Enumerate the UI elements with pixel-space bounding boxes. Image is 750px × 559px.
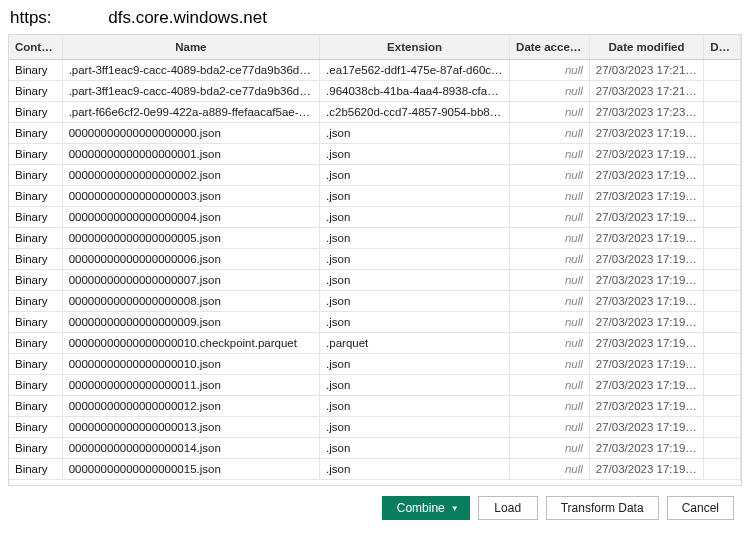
- cell-date-modified: 27/03/2023 17:19:39: [589, 270, 703, 291]
- table-row[interactable]: Binary00000000000000000012.json.jsonnull…: [9, 396, 741, 417]
- cell-content: Binary: [9, 354, 62, 375]
- chevron-down-icon: ▼: [451, 504, 459, 513]
- cell-name: 00000000000000000010.json: [62, 354, 319, 375]
- cell-content: Binary: [9, 396, 62, 417]
- cell-date-accessed: null: [510, 417, 590, 438]
- cell-date-accessed: null: [510, 375, 590, 396]
- cell-date-created: [704, 396, 741, 417]
- cell-name: 00000000000000000013.json: [62, 417, 319, 438]
- column-header-date-modified[interactable]: Date modified: [589, 35, 703, 60]
- cell-name: 00000000000000000008.json: [62, 291, 319, 312]
- cell-content: Binary: [9, 165, 62, 186]
- table-row[interactable]: Binary00000000000000000002.json.jsonnull…: [9, 165, 741, 186]
- column-header-content[interactable]: Content: [9, 35, 62, 60]
- cell-content: Binary: [9, 207, 62, 228]
- cell-extension: .json: [320, 417, 510, 438]
- table-row[interactable]: Binary00000000000000000000.json.jsonnull…: [9, 123, 741, 144]
- cell-date-created: [704, 102, 741, 123]
- cell-date-modified: 27/03/2023 17:19:33: [589, 207, 703, 228]
- cell-date-accessed: null: [510, 333, 590, 354]
- cell-extension: .json: [320, 312, 510, 333]
- cell-date-modified: 27/03/2023 17:19:55: [589, 459, 703, 480]
- column-header-date-accessed[interactable]: Date accessed: [510, 35, 590, 60]
- column-header-extension[interactable]: Extension: [320, 35, 510, 60]
- cell-content: Binary: [9, 228, 62, 249]
- cell-date-created: [704, 249, 741, 270]
- column-header-date-created[interactable]: Date c: [704, 35, 741, 60]
- cell-date-accessed: null: [510, 354, 590, 375]
- cell-date-modified: 27/03/2023 17:19:37: [589, 249, 703, 270]
- cell-name: 00000000000000000015.json: [62, 459, 319, 480]
- table-row[interactable]: Binary00000000000000000011.json.jsonnull…: [9, 375, 741, 396]
- cell-extension: .json: [320, 186, 510, 207]
- cell-date-modified: 27/03/2023 17:23:36: [589, 102, 703, 123]
- combine-button[interactable]: Combine ▼: [382, 496, 470, 520]
- cell-content: Binary: [9, 186, 62, 207]
- cell-content: Binary: [9, 291, 62, 312]
- cell-date-accessed: null: [510, 291, 590, 312]
- cell-date-modified: 27/03/2023 17:19:35: [589, 228, 703, 249]
- cell-content: Binary: [9, 123, 62, 144]
- transform-data-button[interactable]: Transform Data: [546, 496, 659, 520]
- table-row[interactable]: Binary00000000000000000001.json.jsonnull…: [9, 144, 741, 165]
- cell-date-created: [704, 417, 741, 438]
- combine-button-label: Combine: [397, 501, 445, 515]
- cell-date-accessed: null: [510, 60, 590, 81]
- cell-extension: .964038cb-41ba-4aa4-8938-cfa21930555b: [320, 81, 510, 102]
- table-row[interactable]: Binary00000000000000000014.json.jsonnull…: [9, 438, 741, 459]
- cell-extension: .json: [320, 207, 510, 228]
- cell-extension: .json: [320, 438, 510, 459]
- cell-content: Binary: [9, 438, 62, 459]
- cell-date-created: [704, 81, 741, 102]
- cell-date-modified: 27/03/2023 17:19:45: [589, 354, 703, 375]
- table-row[interactable]: Binary00000000000000000005.json.jsonnull…: [9, 228, 741, 249]
- cell-content: Binary: [9, 333, 62, 354]
- table-row[interactable]: Binary.part-3ff1eac9-cacc-4089-bda2-ce77…: [9, 60, 741, 81]
- table-row[interactable]: Binary00000000000000000008.json.jsonnull…: [9, 291, 741, 312]
- cell-name: 00000000000000000007.json: [62, 270, 319, 291]
- cell-date-accessed: null: [510, 396, 590, 417]
- table-row[interactable]: Binary00000000000000000003.json.jsonnull…: [9, 186, 741, 207]
- cell-date-modified: 27/03/2023 17:19:27: [589, 144, 703, 165]
- table-row[interactable]: Binary00000000000000000004.json.jsonnull…: [9, 207, 741, 228]
- cell-date-modified: 27/03/2023 17:19:51: [589, 417, 703, 438]
- load-button[interactable]: Load: [478, 496, 538, 520]
- table-row[interactable]: Binary00000000000000000007.json.jsonnull…: [9, 270, 741, 291]
- cell-name: 00000000000000000004.json: [62, 207, 319, 228]
- cell-name: 00000000000000000009.json: [62, 312, 319, 333]
- column-header-name[interactable]: Name: [62, 35, 319, 60]
- cell-name: 00000000000000000011.json: [62, 375, 319, 396]
- cell-date-created: [704, 291, 741, 312]
- cell-date-modified: 27/03/2023 17:19:43: [589, 312, 703, 333]
- cell-date-accessed: null: [510, 186, 590, 207]
- cell-date-created: [704, 459, 741, 480]
- cell-date-created: [704, 270, 741, 291]
- table-row[interactable]: Binary.part-3ff1eac9-cacc-4089-bda2-ce77…: [9, 81, 741, 102]
- cell-extension: .ea17e562-ddf1-475e-87af-d60c0ebc64e4: [320, 60, 510, 81]
- cell-extension: .json: [320, 228, 510, 249]
- table-row[interactable]: Binary00000000000000000015.json.jsonnull…: [9, 459, 741, 480]
- cell-date-accessed: null: [510, 123, 590, 144]
- cell-content: Binary: [9, 417, 62, 438]
- cell-date-accessed: null: [510, 438, 590, 459]
- cell-date-modified: 27/03/2023 17:19:29: [589, 165, 703, 186]
- cell-date-modified: 27/03/2023 17:19:41: [589, 291, 703, 312]
- cell-extension: .json: [320, 354, 510, 375]
- table-row[interactable]: Binary00000000000000000010.json.jsonnull…: [9, 354, 741, 375]
- cell-extension: .json: [320, 459, 510, 480]
- table-row[interactable]: Binary.part-f66e6cf2-0e99-422a-a889-ffef…: [9, 102, 741, 123]
- cell-name: 00000000000000000012.json: [62, 396, 319, 417]
- cancel-button[interactable]: Cancel: [667, 496, 734, 520]
- cell-date-accessed: null: [510, 207, 590, 228]
- cell-name: 00000000000000000005.json: [62, 228, 319, 249]
- table-row[interactable]: Binary00000000000000000006.json.jsonnull…: [9, 249, 741, 270]
- cell-name: 00000000000000000000.json: [62, 123, 319, 144]
- cell-date-accessed: null: [510, 312, 590, 333]
- cell-date-accessed: null: [510, 459, 590, 480]
- table-row[interactable]: Binary00000000000000000013.json.jsonnull…: [9, 417, 741, 438]
- cell-date-accessed: null: [510, 270, 590, 291]
- table-header-row: Content Name Extension Date accessed Dat…: [9, 35, 741, 60]
- cell-extension: .json: [320, 270, 510, 291]
- table-row[interactable]: Binary00000000000000000009.json.jsonnull…: [9, 312, 741, 333]
- table-row[interactable]: Binary00000000000000000010.checkpoint.pa…: [9, 333, 741, 354]
